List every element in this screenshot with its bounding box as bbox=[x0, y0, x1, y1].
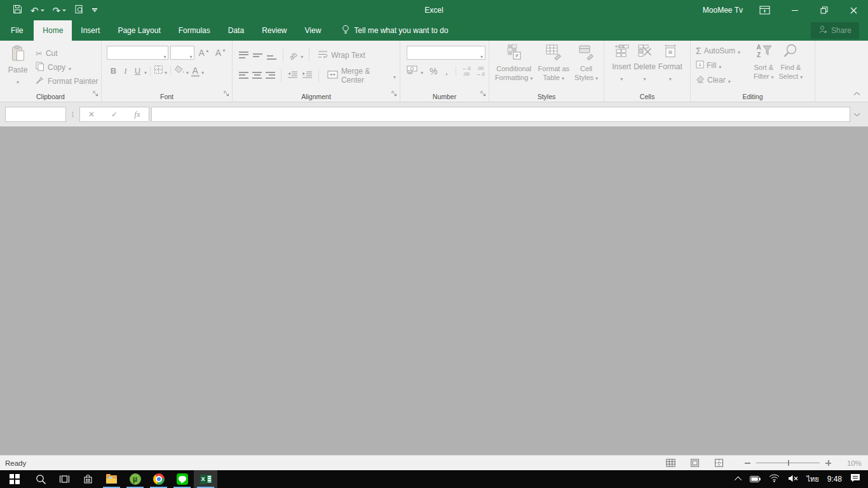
decrease-font-size-button[interactable]: A▼ bbox=[214, 48, 228, 58]
wrap-text-button[interactable]: Wrap Text bbox=[318, 50, 365, 61]
save-icon[interactable] bbox=[13, 4, 22, 17]
format-as-table-caret[interactable] bbox=[562, 74, 564, 83]
cut-button[interactable]: ✂ Cut bbox=[33, 46, 98, 60]
zoom-level[interactable]: 10% bbox=[836, 459, 862, 467]
format-cells-button[interactable]: Format bbox=[658, 44, 682, 90]
conditional-formatting-caret[interactable] bbox=[531, 74, 533, 83]
fill-button[interactable]: Fill bbox=[693, 58, 752, 72]
orientation-dropdown-caret[interactable] bbox=[301, 50, 303, 61]
volume-muted-icon[interactable] bbox=[788, 473, 798, 485]
italic-button[interactable]: I bbox=[120, 66, 131, 76]
percent-style-button[interactable]: % bbox=[430, 66, 437, 76]
autosum-caret[interactable] bbox=[738, 45, 740, 57]
number-dialog-launcher-icon[interactable] bbox=[480, 88, 486, 99]
fill-caret[interactable] bbox=[719, 60, 721, 71]
start-button[interactable] bbox=[0, 470, 29, 488]
underline-button[interactable]: U bbox=[132, 66, 143, 76]
cancel-button[interactable]: ✕ bbox=[80, 110, 103, 119]
name-box[interactable] bbox=[5, 107, 66, 122]
page-break-preview-button[interactable] bbox=[707, 459, 731, 467]
bottom-align-icon[interactable] bbox=[267, 51, 277, 60]
orientation-button[interactable]: ab bbox=[289, 50, 297, 61]
chrome-button[interactable] bbox=[147, 470, 170, 488]
excel-taskbar-button[interactable]: X bbox=[194, 470, 217, 488]
align-left-icon[interactable] bbox=[239, 72, 248, 80]
taskbar-search-button[interactable] bbox=[29, 470, 53, 488]
paste-button[interactable]: Paste bbox=[3, 43, 33, 90]
fill-color-button[interactable] bbox=[174, 65, 185, 77]
cell-styles-button[interactable]: Cell Styles bbox=[573, 44, 600, 90]
page-layout-view-button[interactable] bbox=[682, 459, 707, 467]
tab-data[interactable]: Data bbox=[219, 20, 253, 41]
merge-center-button[interactable]: Merge & Center bbox=[327, 67, 396, 85]
restore-button[interactable] bbox=[810, 0, 839, 20]
microsoft-store-button[interactable] bbox=[76, 470, 100, 488]
bold-button[interactable]: B bbox=[108, 66, 119, 76]
conditional-formatting-button[interactable]: ≠ Conditional Formatting bbox=[493, 44, 535, 90]
tab-formulas[interactable]: Formulas bbox=[170, 20, 219, 41]
task-view-button[interactable] bbox=[53, 470, 76, 488]
format-painter-button[interactable]: Format Painter bbox=[33, 74, 98, 88]
number-format-combobox[interactable] bbox=[407, 46, 485, 60]
formula-input[interactable] bbox=[151, 107, 850, 122]
action-center-icon[interactable] bbox=[850, 473, 860, 485]
alignment-dialog-launcher-icon[interactable] bbox=[391, 88, 397, 99]
fill-color-dropdown-caret[interactable] bbox=[186, 65, 189, 77]
tab-review[interactable]: Review bbox=[253, 20, 295, 41]
tab-insert[interactable]: Insert bbox=[72, 20, 109, 41]
line-app-button[interactable] bbox=[170, 470, 194, 488]
font-size-caret[interactable] bbox=[189, 50, 192, 61]
file-explorer-button[interactable] bbox=[100, 470, 123, 488]
undo-dropdown-caret[interactable] bbox=[41, 10, 44, 11]
close-button[interactable] bbox=[839, 0, 868, 20]
insert-cells-caret[interactable] bbox=[620, 74, 623, 83]
find-select-button[interactable]: Find & Select bbox=[777, 43, 805, 90]
comma-style-button[interactable]: , bbox=[445, 69, 447, 74]
format-as-table-button[interactable]: Format as Table bbox=[536, 44, 572, 90]
accounting-format-icon[interactable] bbox=[407, 65, 418, 77]
normal-view-button[interactable] bbox=[658, 459, 682, 467]
font-dialog-launcher-icon[interactable] bbox=[224, 88, 229, 99]
tab-home[interactable]: Home bbox=[34, 20, 72, 41]
battery-icon[interactable] bbox=[750, 473, 761, 485]
align-center-icon[interactable] bbox=[252, 72, 262, 80]
decrease-indent-icon[interactable] bbox=[287, 70, 298, 81]
language-indicator[interactable]: ไทย bbox=[806, 473, 818, 485]
format-cells-caret[interactable] bbox=[669, 74, 672, 83]
customize-qat-button[interactable] bbox=[92, 8, 97, 12]
font-color-button[interactable]: A bbox=[190, 65, 200, 77]
borders-button[interactable] bbox=[154, 65, 163, 77]
redo-button[interactable]: ↷ bbox=[53, 6, 67, 15]
show-hidden-icons-button[interactable] bbox=[735, 477, 742, 484]
clipboard-dialog-launcher-icon[interactable] bbox=[93, 88, 98, 99]
increase-decimal-button[interactable]: ←.0 .00 bbox=[461, 65, 472, 78]
undo-button[interactable]: ↶ bbox=[31, 6, 44, 15]
delete-cells-button[interactable]: Delete bbox=[634, 44, 656, 90]
wifi-icon[interactable] bbox=[769, 473, 780, 485]
number-format-caret[interactable] bbox=[480, 50, 483, 61]
top-align-icon[interactable] bbox=[239, 51, 249, 60]
expand-formula-bar-button[interactable] bbox=[850, 112, 863, 117]
decrease-decimal-button[interactable]: .00 →.0 bbox=[475, 65, 486, 78]
tell-me-box[interactable]: Tell me what you want to do bbox=[342, 20, 448, 41]
clear-button[interactable]: Clear bbox=[693, 72, 752, 87]
share-button[interactable]: Share bbox=[811, 22, 859, 39]
font-color-dropdown-caret[interactable] bbox=[201, 65, 204, 77]
paste-dropdown-caret[interactable] bbox=[17, 75, 19, 86]
tab-view[interactable]: View bbox=[296, 20, 330, 41]
underline-dropdown-caret[interactable] bbox=[144, 65, 147, 77]
increase-font-size-button[interactable]: A▲ bbox=[196, 48, 211, 58]
align-right-icon[interactable] bbox=[266, 72, 275, 80]
zoom-in-button[interactable] bbox=[825, 460, 831, 466]
sort-filter-button[interactable]: AZ Sort & Filter bbox=[752, 43, 776, 90]
copy-dropdown-caret[interactable] bbox=[69, 62, 71, 73]
font-name-caret[interactable] bbox=[163, 50, 166, 61]
font-size-combobox[interactable] bbox=[170, 46, 194, 60]
utorrent-button[interactable]: µ bbox=[123, 470, 147, 488]
insert-cells-button[interactable]: Insert bbox=[612, 44, 631, 90]
tab-page-layout[interactable]: Page Layout bbox=[109, 20, 169, 41]
find-select-caret[interactable] bbox=[800, 72, 803, 81]
clear-caret[interactable] bbox=[728, 74, 731, 86]
account-name[interactable]: MooMee Tv bbox=[703, 6, 743, 15]
minimize-button[interactable] bbox=[780, 0, 810, 20]
